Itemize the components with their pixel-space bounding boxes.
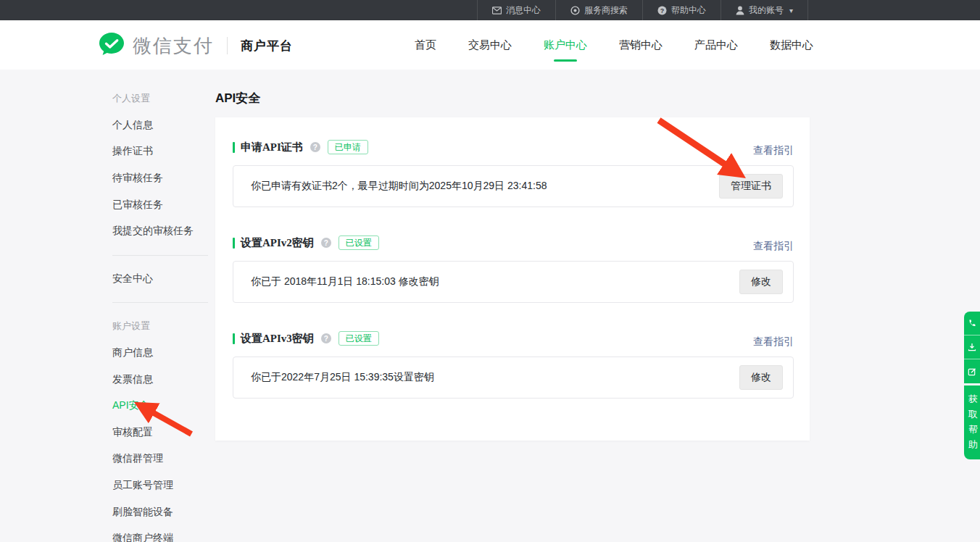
topbar-item-label: 消息中心 <box>506 4 541 17</box>
help-icon: ? <box>657 6 667 15</box>
sidebar-item-invoice-info[interactable]: 发票信息 <box>112 366 208 393</box>
search-icon <box>570 6 580 15</box>
sidebar-item-merchant-info[interactable]: 商户信息 <box>112 340 208 367</box>
modify-apiv2-key-button[interactable]: 修改 <box>739 270 783 294</box>
topbar-item-my-account[interactable]: 我的账号 ▾ <box>721 0 808 20</box>
sidebar-item-api-security[interactable]: API安全 <box>112 393 208 420</box>
topbar-item-help-center[interactable]: ? 帮助中心 <box>642 0 721 20</box>
status-badge: 已申请 <box>328 140 368 154</box>
api-security-card: 申请API证书 ? 已申请 查看指引 你已申请有效证书2个，最早过期时间为202… <box>215 117 810 441</box>
sidebar-item-review-config[interactable]: 审核配置 <box>112 420 208 446</box>
section-apply-api-cert-header: 申请API证书 ? 已申请 查看指引 <box>233 139 794 155</box>
download-icon[interactable] <box>964 335 980 359</box>
sidebar-divider <box>112 255 208 256</box>
nav-item-transaction-center[interactable]: 交易中心 <box>468 38 512 52</box>
platform-name: 商户平台 <box>241 38 293 54</box>
apiv2-key-status-box: 你已于 2018年11月1日 18:15:03 修改密钥 修改 <box>233 261 794 303</box>
sidebar-item-personal-info[interactable]: 个人信息 <box>112 112 208 139</box>
topbar-item-label: 服务商搜索 <box>584 4 628 17</box>
topbar-item-messages[interactable]: 消息中心 <box>477 0 555 20</box>
status-badge: 已设置 <box>339 331 379 346</box>
view-guide-link[interactable]: 查看指引 <box>753 144 794 157</box>
section-title: 申请API证书 <box>241 141 303 154</box>
sidebar-divider <box>112 302 208 303</box>
api-cert-status-text: 你已申请有效证书2个，最早过期时间为2025年10月29日 23:41:58 <box>251 180 547 193</box>
sidebar-item-operation-certificate[interactable]: 操作证书 <box>112 138 208 165</box>
sidebar-item-my-submitted-review-tasks[interactable]: 我提交的审核任务 <box>112 218 208 245</box>
phone-icon[interactable] <box>964 312 980 335</box>
topbar-item-label: 我的账号 <box>749 4 784 17</box>
view-guide-link[interactable]: 查看指引 <box>753 335 794 349</box>
section-title: 设置APIv3密钥 <box>241 332 314 346</box>
get-help-label: 获取帮助 <box>968 391 979 452</box>
user-icon <box>736 6 744 15</box>
header: 微信支付 商户平台 首页 交易中心 账户中心 营销中心 产品中心 数据中心 <box>0 20 980 70</box>
help-widget-icons <box>964 312 980 383</box>
nav-item-marketing-center[interactable]: 营销中心 <box>619 38 663 52</box>
chevron-down-icon: ▾ <box>789 7 793 14</box>
manage-certificate-button[interactable]: 管理证书 <box>719 174 783 199</box>
question-mark-icon[interactable]: ? <box>321 333 331 343</box>
question-mark-icon[interactable]: ? <box>310 142 320 152</box>
sidebar-heading-account-settings: 账户设置 <box>112 313 208 340</box>
question-mark-icon[interactable]: ? <box>321 238 331 248</box>
section-apiv3-key-header: 设置APIv3密钥 ? 已设置 查看指引 <box>233 330 794 346</box>
sidebar-item-staff-account-management[interactable]: 员工账号管理 <box>112 472 208 499</box>
section-apiv2-key-header: 设置APIv2密钥 ? 已设置 查看指引 <box>233 235 794 251</box>
get-help-button[interactable]: 获取帮助 <box>964 385 980 459</box>
nav-item-data-center[interactable]: 数据中心 <box>770 38 813 52</box>
apiv3-key-status-box: 你已于2022年7月25日 15:39:35设置密钥 修改 <box>233 357 794 399</box>
sidebar-item-wechat-group-management[interactable]: 微信群管理 <box>112 446 208 472</box>
wechat-pay-logo[interactable]: 微信支付 商户平台 <box>98 32 293 59</box>
sidebar-item-security-center[interactable]: 安全中心 <box>112 266 208 293</box>
topbar-item-provider-search[interactable]: 服务商搜索 <box>555 0 642 20</box>
wechat-bubble-icon <box>98 32 125 59</box>
brand-name: 微信支付 <box>133 33 214 59</box>
svg-text:?: ? <box>660 7 665 14</box>
sidebar-item-face-payment-devices[interactable]: 刷脸智能设备 <box>112 499 208 525</box>
sidebar: 个人设置 个人信息 操作证书 待审核任务 已审核任务 我提交的审核任务 安全中心… <box>112 86 208 542</box>
apiv2-key-status-text: 你已于 2018年11月1日 18:15:03 修改密钥 <box>251 275 439 288</box>
topbar-item-label: 帮助中心 <box>671 4 706 17</box>
sidebar-item-pending-review-tasks[interactable]: 待审核任务 <box>112 165 208 192</box>
modify-apiv3-key-button[interactable]: 修改 <box>739 365 783 390</box>
status-badge: 已设置 <box>339 235 379 250</box>
section-accent-bar <box>233 333 235 344</box>
logo-divider <box>227 37 228 54</box>
nav-item-product-center[interactable]: 产品中心 <box>694 38 738 52</box>
nav-item-account-center[interactable]: 账户中心 <box>544 38 587 52</box>
section-accent-bar <box>233 142 235 153</box>
sidebar-item-wechat-merchant-terminal[interactable]: 微信商户终端 <box>112 525 208 542</box>
mail-icon <box>492 7 502 14</box>
sidebar-heading-personal-settings: 个人设置 <box>112 86 208 112</box>
nav-item-home[interactable]: 首页 <box>415 38 436 52</box>
sidebar-item-reviewed-tasks[interactable]: 已审核任务 <box>112 191 208 218</box>
section-title: 设置APIv2密钥 <box>241 236 314 250</box>
help-widget: 获取帮助 <box>964 312 980 459</box>
apiv3-key-status-text: 你已于2022年7月25日 15:39:35设置密钥 <box>251 371 434 384</box>
api-cert-status-box: 你已申请有效证书2个，最早过期时间为2025年10月29日 23:41:58 管… <box>233 165 794 207</box>
page-title: API安全 <box>215 90 260 107</box>
view-guide-link[interactable]: 查看指引 <box>753 240 794 253</box>
topbar: 消息中心 服务商搜索 ? 帮助中心 我的账号 ▾ <box>0 0 980 20</box>
main-nav: 首页 交易中心 账户中心 营销中心 产品中心 数据中心 <box>415 20 813 70</box>
section-accent-bar <box>233 238 235 249</box>
feedback-icon[interactable] <box>964 359 980 383</box>
